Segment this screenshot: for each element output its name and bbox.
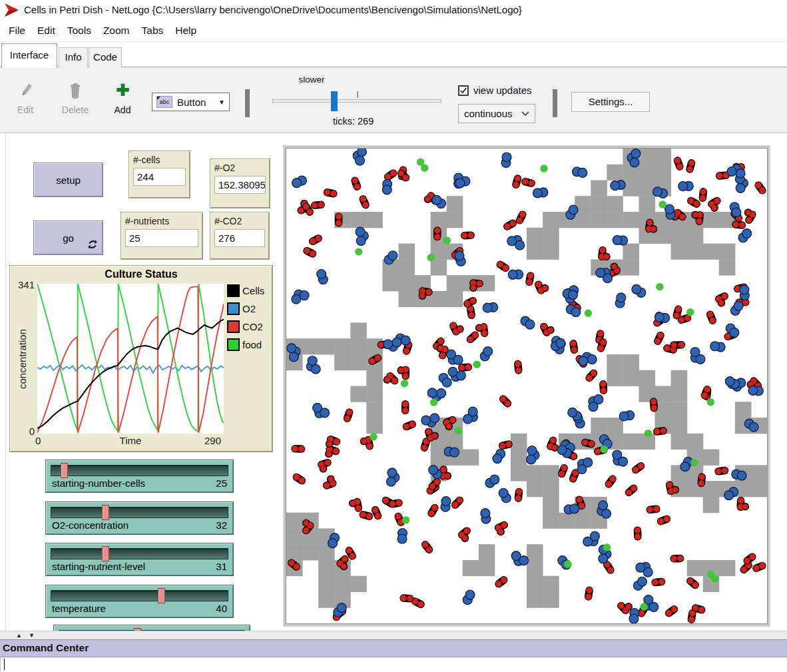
y-axis-min-label: 0	[10, 426, 35, 437]
setup-button[interactable]: setup	[33, 163, 103, 197]
speed-slider-tick	[357, 91, 358, 98]
menu-tools[interactable]: Tools	[61, 22, 97, 39]
menu-bar: File Edit Tools Zoom Tabs Help	[0, 20, 787, 42]
monitor-label: #-O2	[214, 163, 266, 173]
splitter-down-arrow-icon[interactable]: ▼	[29, 632, 35, 639]
tab-bar: Interface Info Code	[0, 42, 787, 67]
monitor-num-nutrients: #-nutrients 25	[121, 212, 203, 260]
culture-status-plot: Culture Status 341 0 concentration 0 Tim…	[9, 265, 273, 452]
legend-item-co2: CO2	[227, 319, 263, 334]
tab-info[interactable]: Info	[59, 47, 88, 67]
legend-item-food: food	[227, 337, 262, 352]
slider-o2-concentration[interactable]: O2-concentration 32	[45, 502, 234, 535]
menu-zoom[interactable]: Zoom	[97, 22, 136, 39]
netlogo-icon	[5, 3, 19, 17]
widget-type-chooser[interactable]: abc Button ▼	[152, 93, 230, 111]
update-mode-dropdown[interactable]: continuous	[458, 104, 535, 123]
ticks-counter: ticks: 269	[333, 116, 374, 127]
slider-starting-nutrient-level[interactable]: starting-nutrient-level 31	[45, 543, 234, 576]
command-center-title: Command Center	[3, 642, 89, 653]
x-axis-title: Time	[37, 435, 224, 446]
menu-help[interactable]: Help	[169, 22, 202, 39]
slider-value: 40	[216, 603, 227, 614]
go-button-label: go	[63, 232, 74, 244]
go-button[interactable]: go	[33, 220, 103, 255]
splitter-up-arrow-icon[interactable]: ▲	[16, 632, 22, 639]
world-view-frame	[283, 145, 770, 627]
widget-chooser-value: Button	[177, 97, 218, 108]
monitor-value: 152.38095	[214, 176, 266, 194]
monitor-num-co2: #-CO2 276	[210, 212, 270, 260]
world-canvas	[286, 149, 767, 623]
slider-track	[51, 507, 228, 518]
slider-partial[interactable]	[53, 625, 250, 631]
plot-title: Culture Status	[10, 268, 272, 280]
canvas-edge-line	[5, 133, 6, 631]
setup-button-label: setup	[56, 174, 81, 186]
edit-widget-button[interactable]: Edit	[11, 82, 40, 115]
slider-label: O2-concentration	[52, 519, 129, 531]
delete-label: Delete	[57, 105, 93, 115]
legend-swatch-o2	[227, 302, 240, 315]
slider-handle[interactable]	[102, 505, 109, 520]
command-center-input[interactable]	[0, 657, 787, 672]
monitor-value: 276	[214, 229, 265, 247]
legend-label: Cells	[242, 285, 264, 296]
monitor-value: 244	[133, 168, 186, 186]
forever-icon	[88, 240, 97, 249]
slider-handle[interactable]	[61, 463, 68, 478]
tab-interface[interactable]: Interface	[1, 43, 57, 68]
settings-button[interactable]: Settings...	[571, 92, 650, 112]
command-center-header: Command Center	[0, 640, 787, 657]
chooser-dropdown-arrow-icon: ▼	[218, 99, 225, 106]
slider-track	[51, 465, 228, 476]
speed-slider-track[interactable]	[272, 99, 441, 103]
legend-swatch-cells	[227, 284, 240, 297]
update-mode-value: continuous	[464, 108, 521, 119]
chevron-down-icon	[521, 111, 529, 117]
menu-tabs[interactable]: Tabs	[136, 22, 170, 39]
menu-edit[interactable]: Edit	[31, 22, 61, 39]
legend-label: O2	[242, 303, 256, 314]
monitor-value: 25	[125, 229, 198, 247]
slider-value: 31	[216, 561, 227, 572]
slider-starting-number-cells[interactable]: starting-number-cells 25	[45, 460, 234, 493]
slider-label: temperature	[52, 603, 106, 614]
legend-label: food	[242, 339, 262, 350]
menu-file[interactable]: File	[3, 22, 31, 39]
y-axis-title: concentration	[17, 306, 29, 412]
speed-slider-handle[interactable]	[331, 91, 338, 111]
command-center-splitter[interactable]: ▲ ▼	[0, 631, 787, 640]
world-view[interactable]	[286, 148, 768, 624]
toolbar-separator	[245, 89, 250, 117]
monitor-label: #-nutrients	[125, 216, 198, 226]
view-updates-label: view updates	[473, 85, 532, 96]
toolbar-separator	[553, 89, 557, 117]
slider-temperature[interactable]: temperature 40	[45, 585, 234, 618]
interface-toolbar: Edit Delete Add abc Button ▼ slower tick…	[0, 67, 787, 133]
text-caret	[4, 659, 5, 670]
slider-handle[interactable]	[102, 546, 109, 561]
slider-value: 25	[216, 478, 227, 489]
checkmark-icon	[459, 87, 467, 95]
speed-slider-label: slower	[286, 75, 337, 85]
legend-item-o2: O2	[227, 301, 256, 316]
pencil-icon	[17, 82, 33, 99]
window-title: Cells in Petri Dish - NetLogo {C:\Users\…	[24, 4, 522, 15]
x-axis-max-label: 290	[204, 435, 221, 446]
trash-icon	[68, 82, 83, 99]
tab-code[interactable]: Code	[89, 47, 122, 67]
monitor-label: #-CO2	[214, 216, 265, 226]
add-widget-button[interactable]: Add	[108, 82, 137, 115]
button-widget-icon: abc	[156, 96, 172, 108]
legend-swatch-food	[227, 338, 240, 351]
delete-widget-button[interactable]: Delete	[57, 82, 93, 115]
slider-track	[51, 590, 228, 601]
monitor-label: #-cells	[133, 155, 186, 165]
legend-item-cells: Cells	[227, 283, 264, 298]
edit-label: Edit	[11, 105, 40, 115]
monitor-num-cells: #-cells 244	[129, 151, 190, 198]
slider-handle[interactable]	[158, 588, 165, 603]
view-updates-checkbox[interactable]	[458, 85, 469, 96]
legend-label: CO2	[242, 321, 263, 332]
